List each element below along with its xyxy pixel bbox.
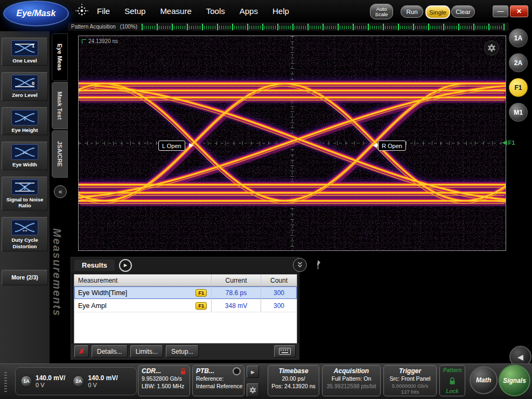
channel-1a-offset: 0 V	[36, 382, 65, 388]
menu-tools[interactable]: Tools	[206, 6, 225, 16]
sidebar-item-dcd[interactable]: ↔ Duty Cycle Distortion	[2, 217, 48, 251]
cdr-rate: 9.9532800 Gb/s	[142, 375, 186, 383]
acquisition-percent: (100%)	[120, 24, 137, 30]
channel-1a-scale: 140.0 mV/	[36, 374, 65, 382]
results-table-header: Measurement Current Count	[74, 275, 297, 286]
table-row[interactable]: Eye Width[Time] F1 78.6 ps 300	[74, 286, 297, 299]
acquisition-panel[interactable]: Acquisition Full Pattern: On 35.99212598…	[322, 365, 381, 396]
signals-button[interactable]: Signals	[499, 365, 530, 396]
svg-text:↔: ↔	[22, 148, 29, 156]
duty-cycle-distortion-icon: ↔	[11, 220, 38, 235]
flexdca-window: File Setup Measure Tools Apps Help Auto …	[0, 0, 532, 399]
measurements-sidebar: 1 One Level 0 Zero Level ↕ Eye Height ↔ …	[0, 31, 50, 363]
eye-width-icon: ↔	[11, 144, 38, 160]
sidebar-item-snr[interactable]: ↕ Signal to Noise Ratio	[2, 177, 48, 211]
statusbar-grip-handle[interactable]	[4, 370, 7, 392]
single-button[interactable]: Single	[425, 5, 450, 19]
collapse-sidebar-icon: «	[59, 188, 62, 195]
measurement-current: 78.6 ps	[212, 286, 261, 299]
menu-apps[interactable]: Apps	[240, 6, 258, 16]
measurement-current: 348 mV	[212, 299, 261, 312]
sidebar-item-eye-width[interactable]: ↔ Eye Width	[2, 142, 48, 170]
measurement-name: Eye Ampl	[78, 302, 107, 310]
gear-icon	[487, 43, 496, 53]
l-open-annotation[interactable]: L Open	[158, 141, 185, 151]
pattern-lock-state: Lock	[446, 388, 458, 394]
collapse-sidebar-button[interactable]: «	[54, 185, 67, 198]
channel-2a-indicator: 2A	[73, 375, 85, 387]
menu-help[interactable]: Help	[272, 6, 289, 16]
sidebar-item-zero-level[interactable]: 0 Zero Level	[2, 72, 48, 100]
channel-button-m1[interactable]: M1	[509, 103, 528, 122]
measurement-count: 300	[261, 299, 297, 312]
channel-button-1a[interactable]: 1A	[509, 29, 528, 47]
ptb-status-icon	[233, 367, 241, 375]
channel-2a-offset: 0 V	[88, 382, 117, 388]
tab-jsa-cre[interactable]: JSA/CRE	[52, 130, 68, 178]
acquisition-pts-per-bit: 35.99212598 pts/bit	[326, 383, 377, 390]
r-open-arrow-icon: ◀	[373, 142, 377, 149]
acquisition-pattern-state: Full Pattern: On	[326, 375, 377, 383]
eye-diagram-display	[79, 36, 506, 250]
statusbar-settings-button[interactable]	[247, 383, 259, 397]
keyboard-button[interactable]	[274, 345, 296, 358]
menu-measure[interactable]: Measure	[160, 6, 191, 16]
eye-height-icon: ↕	[11, 110, 38, 125]
sidebar-more-button[interactable]: More (2/3)	[2, 270, 48, 285]
delete-measurement-button[interactable]: ✗	[74, 345, 89, 358]
ptb-panel[interactable]: PTB... Reference: Internal Reference	[192, 365, 244, 396]
source-badge: F1	[195, 302, 207, 310]
trigger-bits: 127 bits	[387, 389, 433, 395]
clear-button[interactable]: Clear	[451, 5, 475, 18]
tab-eye-meas[interactable]: Eye Meas	[52, 33, 68, 81]
menu-setup[interactable]: Setup	[124, 6, 145, 16]
sidebar-item-one-level[interactable]: 1 One Level	[2, 38, 48, 66]
acquisition-label: Pattern Acquisition	[71, 24, 116, 30]
pattern-lock-panel[interactable]: Pattern Lock	[439, 365, 465, 396]
menu-file[interactable]: File	[97, 6, 110, 16]
cdr-panel[interactable]: CDR... 9.9532800 Gb/s LBW: 1.500 MHz	[138, 365, 190, 396]
channel-button-f1[interactable]: F1	[509, 78, 528, 97]
svg-text:1: 1	[32, 43, 34, 48]
details-button[interactable]: Details...	[92, 345, 128, 358]
close-button[interactable]: ✕	[510, 5, 528, 17]
sidebar-item-eye-height[interactable]: ↕ Eye Height	[2, 107, 48, 135]
signal-to-noise-icon: ↕	[11, 179, 38, 195]
eye-diagram-plot[interactable]: 24.13920 ns L Open ▶ R Open ◀	[78, 36, 506, 251]
results-title: Results	[74, 260, 115, 271]
trigger-source: Src: Front Panel	[387, 375, 433, 383]
tab-mask-test[interactable]: Mask Test	[52, 82, 68, 129]
title-bar: File Setup Measure Tools Apps Help Auto …	[0, 0, 532, 22]
l-open-arrow-icon: ▶	[189, 142, 193, 149]
pin-results-button[interactable]	[314, 260, 321, 272]
measurement-count: 300	[261, 286, 297, 299]
results-toolbar: ✗ Details... Limits... Setup...	[71, 344, 299, 359]
svg-text:↔: ↔	[22, 226, 29, 234]
spark-logo-icon	[74, 3, 90, 21]
table-row[interactable]: Eye Ampl F1 348 mV 300	[74, 299, 297, 312]
minimize-icon: —	[498, 8, 504, 15]
limits-button[interactable]: Limits...	[130, 345, 163, 358]
channel-button-2a[interactable]: 2A	[509, 53, 528, 72]
timebase-panel[interactable]: Timebase 20.00 ps/ Pos: 24.13920 ns	[268, 365, 319, 396]
channel-scale-panel[interactable]: 1A 140.0 mV/ 0 V 2A 140.0 mV/ 0 V	[15, 367, 137, 395]
eye-mask-mode-button[interactable]: Eye/Mask	[3, 1, 69, 26]
minimize-button[interactable]: —	[493, 5, 508, 17]
pin-icon	[314, 260, 321, 270]
expand-panel-button[interactable]: ▶	[247, 366, 259, 378]
r-open-annotation[interactable]: R Open	[378, 141, 406, 151]
display-settings-button[interactable]	[484, 40, 499, 55]
math-button[interactable]: Math	[470, 366, 498, 394]
zero-level-icon: 0	[11, 75, 38, 90]
results-run-button[interactable]: ▶	[119, 259, 132, 272]
auto-scale-button[interactable]: Auto Scale	[370, 4, 393, 19]
run-button[interactable]: Run	[401, 5, 423, 18]
f1-level-marker[interactable]: ◀ F1	[502, 139, 515, 146]
f1-level-marker-icon: ◀	[502, 139, 507, 146]
cdr-lbw: LBW: 1.500 MHz	[142, 383, 186, 390]
trigger-panel[interactable]: Trigger Src: Front Panel 5.0000000 Gb/s …	[383, 365, 437, 396]
collapse-results-button[interactable]	[293, 258, 307, 272]
setup-button[interactable]: Setup...	[166, 345, 199, 358]
source-badge: F1	[195, 289, 207, 297]
measurements-pane-title: Measurements	[51, 228, 63, 317]
